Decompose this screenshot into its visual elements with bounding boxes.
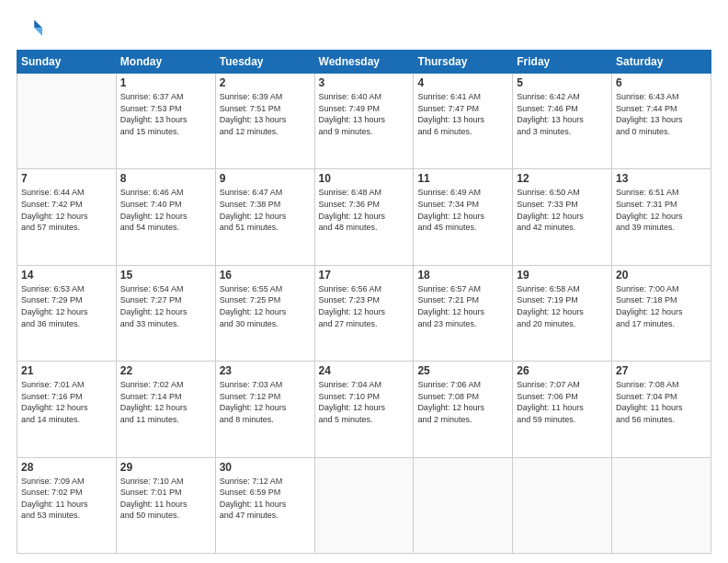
calendar-week-row: 14Sunrise: 6:53 AM Sunset: 7:29 PM Dayli…: [17, 265, 711, 361]
calendar-cell: [314, 457, 414, 553]
day-number: 13: [616, 172, 707, 185]
logo-icon: [17, 17, 42, 42]
day-info: Sunrise: 6:44 AM Sunset: 7:42 PM Dayligh…: [21, 187, 112, 233]
weekday-header: Sunday: [17, 51, 117, 74]
calendar-cell: [513, 457, 612, 553]
calendar-cell: 17Sunrise: 6:56 AM Sunset: 7:23 PM Dayli…: [314, 265, 414, 361]
calendar-cell: 23Sunrise: 7:03 AM Sunset: 7:12 PM Dayli…: [215, 362, 314, 457]
calendar-cell: 3Sunrise: 6:40 AM Sunset: 7:49 PM Daylig…: [314, 74, 414, 169]
day-info: Sunrise: 6:43 AM Sunset: 7:44 PM Dayligh…: [616, 91, 707, 137]
day-number: 9: [220, 172, 311, 185]
weekday-header: Wednesday: [314, 51, 414, 74]
day-info: Sunrise: 6:54 AM Sunset: 7:27 PM Dayligh…: [120, 283, 211, 329]
day-info: Sunrise: 7:10 AM Sunset: 7:01 PM Dayligh…: [120, 476, 211, 522]
day-number: 22: [120, 364, 211, 377]
calendar-cell: 25Sunrise: 7:06 AM Sunset: 7:08 PM Dayli…: [414, 362, 513, 457]
calendar-cell: 21Sunrise: 7:01 AM Sunset: 7:16 PM Dayli…: [17, 362, 117, 457]
day-number: 14: [21, 269, 112, 282]
day-info: Sunrise: 6:50 AM Sunset: 7:33 PM Dayligh…: [517, 187, 608, 233]
day-number: 21: [21, 364, 112, 377]
calendar-cell: 7Sunrise: 6:44 AM Sunset: 7:42 PM Daylig…: [17, 169, 117, 265]
calendar-cell: 30Sunrise: 7:12 AM Sunset: 6:59 PM Dayli…: [215, 457, 314, 553]
day-number: 12: [517, 172, 608, 185]
calendar-cell: 13Sunrise: 6:51 AM Sunset: 7:31 PM Dayli…: [612, 169, 711, 265]
day-info: Sunrise: 6:58 AM Sunset: 7:19 PM Dayligh…: [517, 283, 608, 329]
calendar-cell: 20Sunrise: 7:00 AM Sunset: 7:18 PM Dayli…: [612, 265, 711, 361]
day-info: Sunrise: 7:03 AM Sunset: 7:12 PM Dayligh…: [220, 379, 311, 425]
calendar-cell: 29Sunrise: 7:10 AM Sunset: 7:01 PM Dayli…: [116, 457, 215, 553]
svg-marker-1: [34, 28, 42, 36]
day-info: Sunrise: 7:08 AM Sunset: 7:04 PM Dayligh…: [616, 379, 707, 425]
svg-marker-0: [34, 20, 42, 29]
weekday-header: Friday: [513, 51, 612, 74]
calendar-cell: 4Sunrise: 6:41 AM Sunset: 7:47 PM Daylig…: [414, 74, 513, 169]
calendar-cell: 5Sunrise: 6:42 AM Sunset: 7:46 PM Daylig…: [513, 74, 612, 169]
calendar-cell: 14Sunrise: 6:53 AM Sunset: 7:29 PM Dayli…: [17, 265, 117, 361]
day-number: 11: [417, 172, 508, 185]
day-info: Sunrise: 6:57 AM Sunset: 7:21 PM Dayligh…: [417, 283, 508, 329]
day-number: 5: [517, 76, 608, 89]
calendar-week-row: 21Sunrise: 7:01 AM Sunset: 7:16 PM Dayli…: [17, 362, 711, 457]
day-number: 19: [517, 269, 608, 282]
calendar-cell: 26Sunrise: 7:07 AM Sunset: 7:06 PM Dayli…: [513, 362, 612, 457]
day-number: 4: [417, 76, 508, 89]
day-info: Sunrise: 7:09 AM Sunset: 7:02 PM Dayligh…: [21, 476, 112, 522]
day-number: 30: [220, 461, 311, 474]
day-number: 3: [319, 76, 410, 89]
page: SundayMondayTuesdayWednesdayThursdayFrid…: [0, 0, 728, 563]
day-info: Sunrise: 6:39 AM Sunset: 7:51 PM Dayligh…: [220, 91, 311, 137]
weekday-header: Tuesday: [215, 51, 314, 74]
day-number: 24: [319, 364, 410, 377]
day-info: Sunrise: 6:37 AM Sunset: 7:53 PM Dayligh…: [120, 91, 211, 137]
calendar-cell: 22Sunrise: 7:02 AM Sunset: 7:14 PM Dayli…: [116, 362, 215, 457]
day-info: Sunrise: 6:55 AM Sunset: 7:25 PM Dayligh…: [220, 283, 311, 329]
day-info: Sunrise: 7:07 AM Sunset: 7:06 PM Dayligh…: [517, 379, 608, 425]
calendar-cell: 9Sunrise: 6:47 AM Sunset: 7:38 PM Daylig…: [215, 169, 314, 265]
day-number: 25: [417, 364, 508, 377]
day-number: 28: [21, 461, 112, 474]
calendar-cell: 24Sunrise: 7:04 AM Sunset: 7:10 PM Dayli…: [314, 362, 414, 457]
day-info: Sunrise: 6:53 AM Sunset: 7:29 PM Dayligh…: [21, 283, 112, 329]
day-number: 23: [220, 364, 311, 377]
day-info: Sunrise: 7:00 AM Sunset: 7:18 PM Dayligh…: [616, 283, 707, 329]
weekday-header-row: SundayMondayTuesdayWednesdayThursdayFrid…: [17, 51, 711, 74]
day-number: 18: [417, 269, 508, 282]
weekday-header: Thursday: [414, 51, 513, 74]
day-number: 17: [319, 269, 410, 282]
calendar-cell: 19Sunrise: 6:58 AM Sunset: 7:19 PM Dayli…: [513, 265, 612, 361]
day-info: Sunrise: 6:46 AM Sunset: 7:40 PM Dayligh…: [120, 187, 211, 233]
day-info: Sunrise: 7:12 AM Sunset: 6:59 PM Dayligh…: [220, 476, 311, 522]
calendar-cell: 27Sunrise: 7:08 AM Sunset: 7:04 PM Dayli…: [612, 362, 711, 457]
day-number: 16: [220, 269, 311, 282]
day-info: Sunrise: 7:04 AM Sunset: 7:10 PM Dayligh…: [319, 379, 410, 425]
calendar-cell: 18Sunrise: 6:57 AM Sunset: 7:21 PM Dayli…: [414, 265, 513, 361]
day-info: Sunrise: 6:40 AM Sunset: 7:49 PM Dayligh…: [319, 91, 410, 137]
day-info: Sunrise: 6:41 AM Sunset: 7:47 PM Dayligh…: [417, 91, 508, 137]
calendar: SundayMondayTuesdayWednesdayThursdayFrid…: [17, 50, 711, 554]
day-number: 29: [120, 461, 211, 474]
calendar-cell: [414, 457, 513, 553]
day-info: Sunrise: 6:49 AM Sunset: 7:34 PM Dayligh…: [417, 187, 508, 233]
day-number: 10: [319, 172, 410, 185]
day-number: 26: [517, 364, 608, 377]
calendar-cell: [17, 74, 117, 169]
calendar-cell: [612, 457, 711, 553]
day-info: Sunrise: 7:06 AM Sunset: 7:08 PM Dayligh…: [417, 379, 508, 425]
day-number: 1: [120, 76, 211, 89]
calendar-cell: 15Sunrise: 6:54 AM Sunset: 7:27 PM Dayli…: [116, 265, 215, 361]
day-info: Sunrise: 6:51 AM Sunset: 7:31 PM Dayligh…: [616, 187, 707, 233]
day-number: 27: [616, 364, 707, 377]
calendar-cell: 8Sunrise: 6:46 AM Sunset: 7:40 PM Daylig…: [116, 169, 215, 265]
logo: [17, 17, 46, 42]
header: [17, 17, 711, 42]
day-info: Sunrise: 6:47 AM Sunset: 7:38 PM Dayligh…: [220, 187, 311, 233]
day-number: 7: [21, 172, 112, 185]
day-info: Sunrise: 7:01 AM Sunset: 7:16 PM Dayligh…: [21, 379, 112, 425]
calendar-week-row: 1Sunrise: 6:37 AM Sunset: 7:53 PM Daylig…: [17, 74, 711, 169]
calendar-cell: 1Sunrise: 6:37 AM Sunset: 7:53 PM Daylig…: [116, 74, 215, 169]
weekday-header: Saturday: [612, 51, 711, 74]
calendar-week-row: 7Sunrise: 6:44 AM Sunset: 7:42 PM Daylig…: [17, 169, 711, 265]
day-info: Sunrise: 7:02 AM Sunset: 7:14 PM Dayligh…: [120, 379, 211, 425]
day-info: Sunrise: 6:48 AM Sunset: 7:36 PM Dayligh…: [319, 187, 410, 233]
calendar-cell: 28Sunrise: 7:09 AM Sunset: 7:02 PM Dayli…: [17, 457, 117, 553]
